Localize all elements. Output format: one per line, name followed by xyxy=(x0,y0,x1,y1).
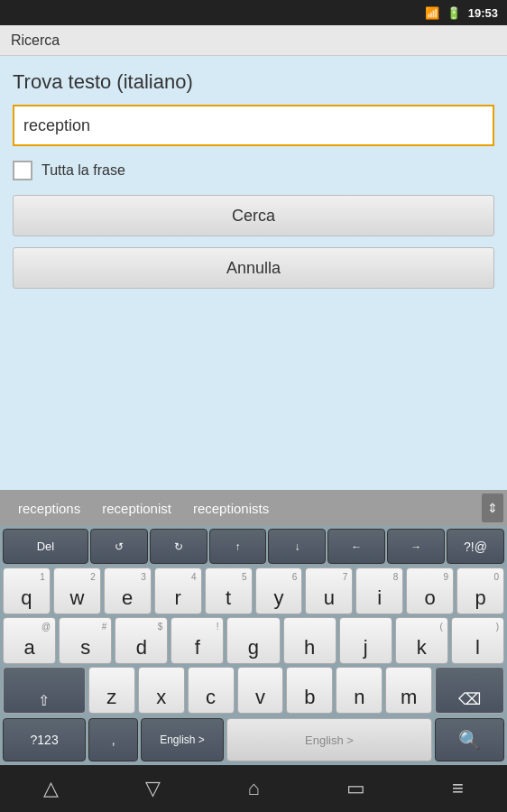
cursor-up-key[interactable]: ↑ xyxy=(209,529,267,564)
key-w[interactable]: 2w xyxy=(53,567,101,614)
cursor-left-key[interactable]: ← xyxy=(327,529,385,564)
cursor-right-key[interactable]: → xyxy=(387,529,445,564)
key-r[interactable]: 4r xyxy=(154,567,202,614)
page-title: Trova testo (italiano) xyxy=(13,70,494,94)
checkbox-row: Tutta la frase xyxy=(13,157,494,184)
key-i[interactable]: 8i xyxy=(355,567,403,614)
bottom-row-kb: ?123 , English > English > 🔍 xyxy=(0,716,507,765)
ctrl-row: Del ↺ ↻ ↑ ↓ ← → ?!@ xyxy=(0,526,507,566)
special-chars-key[interactable]: ?!@ xyxy=(447,529,504,564)
keyboard-area: receptions receptionist receptionists ⇕ … xyxy=(0,490,507,765)
suggestion-2[interactable]: receptionists xyxy=(182,501,280,516)
key-v[interactable]: v xyxy=(237,667,284,714)
key-n[interactable]: n xyxy=(336,667,383,714)
whole-phrase-label: Tutta la frase xyxy=(41,162,125,179)
key-p[interactable]: 0p xyxy=(456,567,504,614)
redo-key[interactable]: ↻ xyxy=(150,529,207,564)
key-c[interactable]: c xyxy=(188,667,235,714)
nav-menu-btn[interactable]: ≡ xyxy=(438,770,478,807)
key-b[interactable]: b xyxy=(286,667,333,714)
suggestions-bar: receptions receptionist receptionists ⇕ xyxy=(0,490,507,526)
cursor-down-key[interactable]: ↓ xyxy=(268,529,326,564)
key-m[interactable]: m xyxy=(385,667,432,714)
key-a[interactable]: @a xyxy=(3,617,56,664)
comma-key[interactable]: , xyxy=(88,718,138,761)
nav-bar: △ ▽ ⌂ ▭ ≡ xyxy=(0,765,507,812)
undo-key[interactable]: ↺ xyxy=(90,529,148,564)
suggestion-1[interactable]: receptionist xyxy=(91,501,182,516)
key-k[interactable]: (k xyxy=(395,617,448,664)
key-d[interactable]: $d xyxy=(115,617,168,664)
title-bar-text: Ricerca xyxy=(11,32,60,49)
search-key[interactable]: 🔍 xyxy=(435,718,504,761)
key-g[interactable]: g xyxy=(226,617,280,664)
nav-down-btn[interactable]: ▽ xyxy=(131,770,175,807)
key-q[interactable]: 1q xyxy=(3,567,51,614)
key-row-3: ⇧ z x c v b n m ⌫ xyxy=(3,667,504,714)
key-l[interactable]: )l xyxy=(451,617,504,664)
num-key[interactable]: ?123 xyxy=(3,718,86,761)
key-y[interactable]: 6y xyxy=(255,567,303,614)
nav-recent-btn[interactable]: ▭ xyxy=(332,770,380,807)
backspace-key[interactable]: ⌫ xyxy=(435,667,504,714)
key-row-2: @a #s $d !f g h j (k )l xyxy=(3,617,504,664)
nav-back-btn[interactable]: △ xyxy=(29,770,73,807)
key-x[interactable]: x xyxy=(138,667,185,714)
key-row-1: 1q 2w 3e 4r 5t 6y 7u 8i 9o 0p xyxy=(3,567,504,614)
search-input[interactable] xyxy=(13,105,494,146)
key-z[interactable]: z xyxy=(88,667,135,714)
nav-home-btn[interactable]: ⌂ xyxy=(233,770,273,807)
suggestions-scroll-btn[interactable]: ⇕ xyxy=(482,494,503,522)
title-bar: Ricerca xyxy=(0,25,507,56)
main-content: Trova testo (italiano) Tutta la frase Ce… xyxy=(0,56,507,490)
wifi-icon: 📶 xyxy=(425,6,439,20)
key-u[interactable]: 7u xyxy=(305,567,353,614)
key-t[interactable]: 5t xyxy=(205,567,253,614)
annulla-button[interactable]: Annulla xyxy=(13,247,494,289)
del-key[interactable]: Del xyxy=(3,529,88,564)
status-bar: 📶 🔋 19:53 xyxy=(0,0,507,25)
suggestion-0[interactable]: receptions xyxy=(7,501,91,516)
space-key[interactable]: English > xyxy=(226,718,432,761)
lang-key[interactable]: English > xyxy=(141,718,224,761)
key-h[interactable]: h xyxy=(283,617,336,664)
shift-key[interactable]: ⇧ xyxy=(3,667,86,714)
whole-phrase-checkbox[interactable] xyxy=(13,161,32,180)
keyboard-rows: 1q 2w 3e 4r 5t 6y 7u 8i 9o 0p @a #s $d !… xyxy=(0,566,507,716)
status-time: 19:53 xyxy=(468,6,498,20)
cerca-button[interactable]: Cerca xyxy=(13,195,494,236)
search-icon: 🔍 xyxy=(458,729,481,751)
key-o[interactable]: 9o xyxy=(406,567,454,614)
battery-icon: 🔋 xyxy=(447,6,461,20)
key-s[interactable]: #s xyxy=(59,617,112,664)
key-e[interactable]: 3e xyxy=(104,567,152,614)
key-f[interactable]: !f xyxy=(171,617,224,664)
key-j[interactable]: j xyxy=(339,617,392,664)
